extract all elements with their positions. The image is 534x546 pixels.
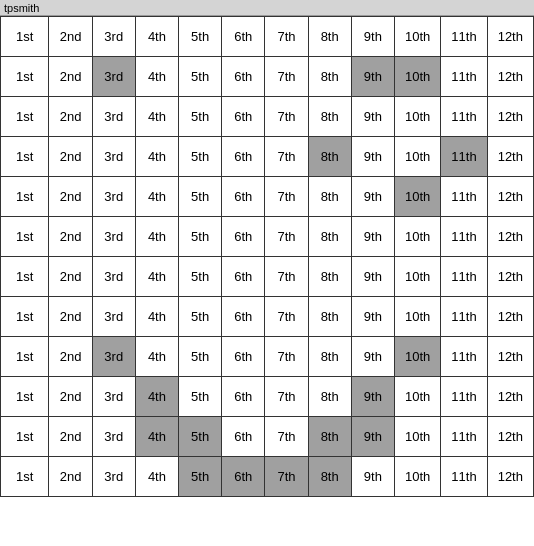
table-row: 1st2nd3rd4th5th6th7th8th9th10th11th12th <box>1 377 534 417</box>
table-cell: 6th <box>222 297 265 337</box>
table-cell: 6th <box>222 377 265 417</box>
table-cell: 6th <box>222 337 265 377</box>
table-cell: 6th <box>222 417 265 457</box>
table-cell: 11th <box>441 297 487 337</box>
table-cell: 5th <box>179 337 222 377</box>
table-cell: 1st <box>1 297 49 337</box>
table-cell: 2nd <box>49 417 92 457</box>
table-cell: 5th <box>179 137 222 177</box>
table-cell: 10th <box>394 337 440 377</box>
table-cell: 4th <box>135 217 178 257</box>
table-cell: 2nd <box>49 297 92 337</box>
table-cell: 4th <box>135 177 178 217</box>
table-cell: 5th <box>179 177 222 217</box>
table-cell: 8th <box>308 17 351 57</box>
table-cell: 11th <box>441 337 487 377</box>
table-cell: 11th <box>441 97 487 137</box>
table-cell: 11th <box>441 257 487 297</box>
table-cell: 3rd <box>92 337 135 377</box>
table-cell: 3rd <box>92 97 135 137</box>
table-row: 1st2nd3rd4th5th6th7th8th9th10th11th12th <box>1 337 534 377</box>
table-cell: 4th <box>135 137 178 177</box>
table-cell: 1st <box>1 57 49 97</box>
table-cell: 1st <box>1 337 49 377</box>
table-cell: 3rd <box>92 257 135 297</box>
table-cell: 6th <box>222 177 265 217</box>
table-cell: 8th <box>308 297 351 337</box>
table-cell: 2nd <box>49 337 92 377</box>
table-cell: 2nd <box>49 137 92 177</box>
table-cell: 1st <box>1 17 49 57</box>
table-cell: 4th <box>135 57 178 97</box>
table-cell: 8th <box>308 217 351 257</box>
grid-table: 1st2nd3rd4th5th6th7th8th9th10th11th12th1… <box>0 16 534 497</box>
table-cell: 9th <box>351 57 394 97</box>
table-row: 1st2nd3rd4th5th6th7th8th9th10th11th12th <box>1 137 534 177</box>
table-cell: 10th <box>394 97 440 137</box>
table-cell: 4th <box>135 297 178 337</box>
table-row: 1st2nd3rd4th5th6th7th8th9th10th11th12th <box>1 257 534 297</box>
table-cell: 12th <box>487 137 533 177</box>
table-cell: 6th <box>222 217 265 257</box>
table-cell: 8th <box>308 377 351 417</box>
table-cell: 12th <box>487 297 533 337</box>
table-cell: 10th <box>394 217 440 257</box>
table-cell: 5th <box>179 57 222 97</box>
title-bar: tpsmith <box>0 0 534 16</box>
table-cell: 10th <box>394 137 440 177</box>
table-cell: 9th <box>351 17 394 57</box>
table-cell: 7th <box>265 257 308 297</box>
table-cell: 8th <box>308 97 351 137</box>
table-cell: 2nd <box>49 257 92 297</box>
table-cell: 5th <box>179 457 222 497</box>
table-cell: 3rd <box>92 17 135 57</box>
table-cell: 4th <box>135 457 178 497</box>
table-cell: 8th <box>308 177 351 217</box>
table-cell: 3rd <box>92 217 135 257</box>
table-cell: 9th <box>351 177 394 217</box>
table-cell: 8th <box>308 457 351 497</box>
table-cell: 7th <box>265 217 308 257</box>
table-cell: 4th <box>135 417 178 457</box>
table-cell: 11th <box>441 377 487 417</box>
table-cell: 1st <box>1 97 49 137</box>
table-row: 1st2nd3rd4th5th6th7th8th9th10th11th12th <box>1 97 534 137</box>
table-cell: 1st <box>1 457 49 497</box>
table-cell: 1st <box>1 377 49 417</box>
table-cell: 5th <box>179 297 222 337</box>
table-cell: 2nd <box>49 377 92 417</box>
table-cell: 3rd <box>92 177 135 217</box>
table-cell: 2nd <box>49 17 92 57</box>
table-cell: 5th <box>179 377 222 417</box>
table-cell: 1st <box>1 417 49 457</box>
table-cell: 2nd <box>49 457 92 497</box>
table-cell: 10th <box>394 177 440 217</box>
table-cell: 3rd <box>92 377 135 417</box>
table-cell: 10th <box>394 457 440 497</box>
table-cell: 4th <box>135 337 178 377</box>
table-cell: 12th <box>487 17 533 57</box>
table-cell: 7th <box>265 17 308 57</box>
table-cell: 9th <box>351 297 394 337</box>
table-cell: 8th <box>308 257 351 297</box>
table-cell: 10th <box>394 417 440 457</box>
table-row: 1st2nd3rd4th5th6th7th8th9th10th11th12th <box>1 457 534 497</box>
table-cell: 7th <box>265 97 308 137</box>
table-cell: 11th <box>441 417 487 457</box>
table-cell: 7th <box>265 457 308 497</box>
table-cell: 7th <box>265 57 308 97</box>
table-cell: 11th <box>441 177 487 217</box>
table-cell: 6th <box>222 137 265 177</box>
table-cell: 11th <box>441 457 487 497</box>
table-cell: 8th <box>308 337 351 377</box>
table-cell: 12th <box>487 377 533 417</box>
table-cell: 11th <box>441 217 487 257</box>
table-cell: 12th <box>487 177 533 217</box>
table-cell: 3rd <box>92 137 135 177</box>
table-cell: 9th <box>351 137 394 177</box>
table-cell: 9th <box>351 457 394 497</box>
table-cell: 11th <box>441 17 487 57</box>
table-cell: 5th <box>179 257 222 297</box>
table-cell: 4th <box>135 97 178 137</box>
table-cell: 12th <box>487 217 533 257</box>
